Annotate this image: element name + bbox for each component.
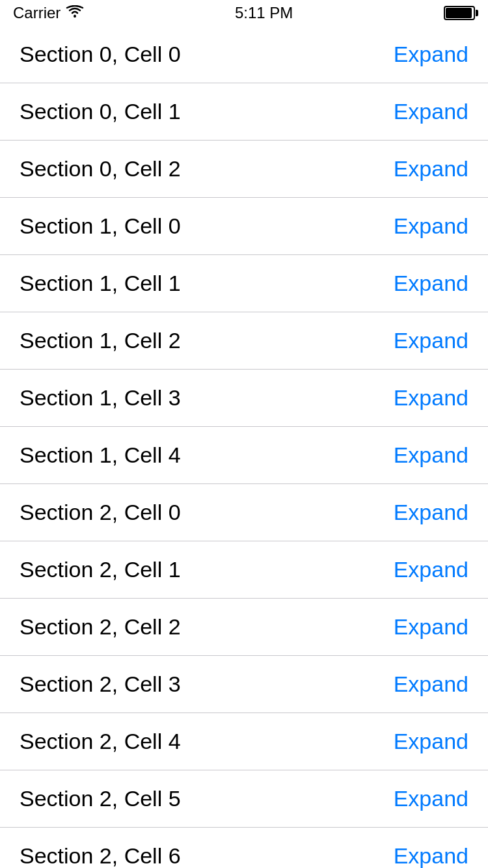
row-label: Section 2, Cell 6: [20, 843, 181, 868]
expand-button[interactable]: Expand: [394, 328, 468, 353]
expand-button[interactable]: Expand: [394, 843, 468, 868]
expand-button[interactable]: Expand: [394, 500, 468, 525]
svg-point-0: [74, 15, 76, 18]
expand-button[interactable]: Expand: [394, 786, 468, 811]
battery-icon: [444, 6, 475, 20]
table-row: Section 1, Cell 3Expand: [0, 370, 488, 427]
expand-button[interactable]: Expand: [394, 614, 468, 640]
row-label: Section 1, Cell 1: [20, 271, 181, 296]
carrier-label: Carrier: [13, 4, 61, 22]
row-label: Section 2, Cell 3: [20, 671, 181, 697]
row-label: Section 1, Cell 2: [20, 328, 181, 353]
table-row: Section 2, Cell 5Expand: [0, 770, 488, 828]
row-label: Section 1, Cell 4: [20, 442, 181, 468]
row-label: Section 2, Cell 1: [20, 557, 181, 582]
table-row: Section 2, Cell 0Expand: [0, 484, 488, 541]
expand-button[interactable]: Expand: [394, 271, 468, 296]
row-label: Section 1, Cell 3: [20, 385, 181, 411]
row-label: Section 1, Cell 0: [20, 213, 181, 239]
table-row: Section 1, Cell 2Expand: [0, 312, 488, 370]
row-label: Section 0, Cell 1: [20, 99, 181, 124]
table-row: Section 0, Cell 2Expand: [0, 141, 488, 198]
row-label: Section 0, Cell 2: [20, 156, 181, 182]
row-label: Section 2, Cell 4: [20, 729, 181, 754]
table-row: Section 1, Cell 4Expand: [0, 427, 488, 484]
status-bar: Carrier 5:11 PM: [0, 0, 488, 26]
battery-fill: [446, 8, 472, 18]
expand-button[interactable]: Expand: [394, 442, 468, 468]
expand-button[interactable]: Expand: [394, 213, 468, 239]
expand-button[interactable]: Expand: [394, 729, 468, 754]
table-row: Section 1, Cell 1Expand: [0, 255, 488, 312]
expand-button[interactable]: Expand: [394, 671, 468, 697]
time-display: 5:11 PM: [235, 4, 293, 22]
table-row: Section 2, Cell 2Expand: [0, 599, 488, 656]
table-list: Section 0, Cell 0ExpandSection 0, Cell 1…: [0, 26, 488, 868]
expand-button[interactable]: Expand: [394, 156, 468, 182]
battery-area: [444, 6, 475, 20]
table-row: Section 1, Cell 0Expand: [0, 198, 488, 255]
row-label: Section 2, Cell 0: [20, 500, 181, 525]
table-row: Section 2, Cell 1Expand: [0, 541, 488, 599]
table-row: Section 2, Cell 6Expand: [0, 828, 488, 868]
table-row: Section 0, Cell 1Expand: [0, 83, 488, 141]
row-label: Section 0, Cell 0: [20, 42, 181, 67]
row-label: Section 2, Cell 5: [20, 786, 181, 811]
wifi-icon: [66, 4, 84, 22]
table-row: Section 0, Cell 0Expand: [0, 26, 488, 83]
table-row: Section 2, Cell 4Expand: [0, 713, 488, 770]
carrier-info: Carrier: [13, 4, 84, 22]
row-label: Section 2, Cell 2: [20, 614, 181, 640]
table-row: Section 2, Cell 3Expand: [0, 656, 488, 713]
expand-button[interactable]: Expand: [394, 385, 468, 411]
expand-button[interactable]: Expand: [394, 42, 468, 67]
expand-button[interactable]: Expand: [394, 99, 468, 124]
expand-button[interactable]: Expand: [394, 557, 468, 582]
